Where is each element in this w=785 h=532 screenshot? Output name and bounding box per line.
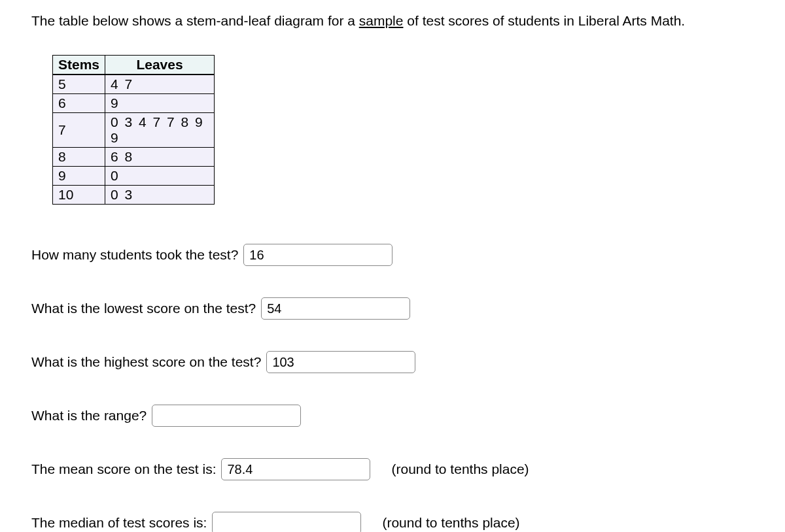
stem-cell: 5: [53, 75, 105, 94]
stem-cell: 7: [53, 113, 105, 148]
leaves-cell: 0: [105, 167, 215, 186]
rounding-hint: (round to tenths place): [391, 461, 529, 477]
highest-score-input[interactable]: [266, 351, 415, 373]
intro-prefix: The table below shows a stem-and-leaf di…: [31, 13, 359, 28]
question-label: What is the highest score on the test?: [31, 354, 261, 370]
question-label: How many students took the test?: [31, 247, 238, 263]
intro-suffix: of test scores of students in Liberal Ar…: [403, 13, 685, 28]
stem-leaf-table: Stems Leaves 5 4 7 6 9 7 0 3 4 7 7 8 9 9…: [52, 55, 215, 205]
leaves-cell: 6 8: [105, 148, 215, 167]
stem-cell: 8: [53, 148, 105, 167]
table-row: 10 0 3: [53, 186, 215, 205]
question-label: The median of test scores is:: [31, 515, 207, 531]
table-row: 6 9: [53, 94, 215, 113]
header-leaves: Leaves: [105, 56, 215, 75]
question-mean: The mean score on the test is: (round to…: [31, 458, 754, 480]
question-highest-score: What is the highest score on the test?: [31, 351, 754, 373]
lowest-score-input[interactable]: [261, 297, 410, 320]
question-lowest-score: What is the lowest score on the test?: [31, 297, 754, 320]
students-count-input[interactable]: [243, 244, 392, 266]
table-row: 7 0 3 4 7 7 8 9 9: [53, 113, 215, 148]
question-label: What is the range?: [31, 408, 147, 424]
leaves-cell: 4 7: [105, 75, 215, 94]
table-row: 9 0: [53, 167, 215, 186]
median-input[interactable]: [212, 512, 361, 532]
stem-cell: 10: [53, 186, 105, 205]
stem-cell: 6: [53, 94, 105, 113]
rounding-hint: (round to tenths place): [382, 515, 519, 531]
mean-input[interactable]: [221, 458, 370, 480]
leaves-cell: 9: [105, 94, 215, 113]
leaves-cell: 0 3 4 7 7 8 9 9: [105, 113, 215, 148]
question-label: The mean score on the test is:: [31, 461, 216, 477]
range-input[interactable]: [152, 405, 301, 427]
stem-cell: 9: [53, 167, 105, 186]
header-stems: Stems: [53, 56, 105, 75]
question-students-count: How many students took the test?: [31, 244, 754, 266]
intro-underlined: sample: [359, 13, 404, 28]
question-label: What is the lowest score on the test?: [31, 301, 256, 316]
question-median: The median of test scores is: (round to …: [31, 512, 754, 532]
table-row: 8 6 8: [53, 148, 215, 167]
table-row: 5 4 7: [53, 75, 215, 94]
question-range: What is the range?: [31, 405, 754, 427]
leaves-cell: 0 3: [105, 186, 215, 205]
intro-text: The table below shows a stem-and-leaf di…: [31, 13, 754, 29]
